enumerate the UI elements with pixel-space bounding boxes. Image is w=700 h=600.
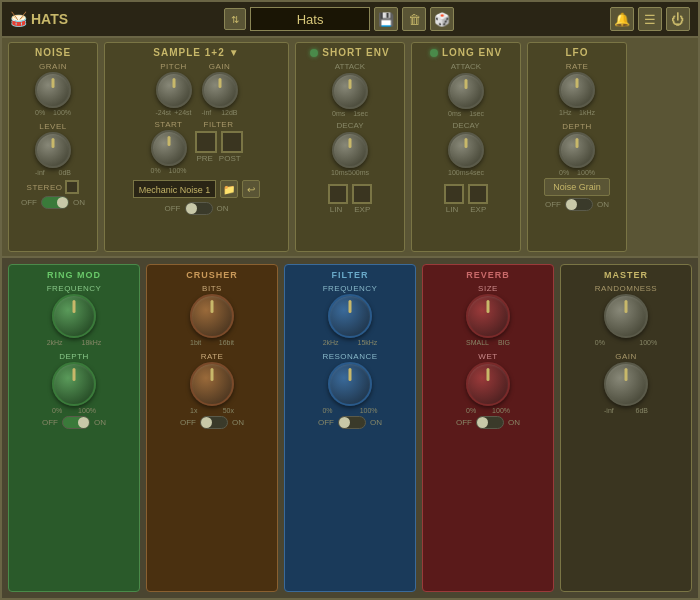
sample-pitch-knob[interactable] [156, 72, 192, 108]
short-env-panel: SHORT ENV ATTACK 0ms 1sec DECAY 10ms [295, 42, 405, 252]
noise-toggle-on-label: ON [73, 198, 85, 207]
sample-pitch-label: PITCH [160, 62, 187, 71]
sample-start-knob[interactable] [151, 130, 187, 166]
lfo-toggle-switch[interactable] [565, 198, 593, 211]
master-rand-knob[interactable] [604, 294, 648, 338]
master-panel: MASTER RANDOMNESS 0% 100% GAIN -inf 6dB [560, 264, 692, 592]
noise-level-knob-container: LEVEL -inf 0dB [35, 122, 71, 176]
logo-icon: 🥁 [10, 11, 27, 27]
sample-bottom-knobs: START 0% 100% FILTER PRE POST [151, 120, 243, 174]
sample-filter-container: FILTER PRE POST [195, 120, 243, 174]
long-env-attack-range: 0ms 1sec [448, 110, 484, 117]
long-env-decay-range: 100ms 4sec [448, 169, 484, 176]
lfo-depth-knob[interactable] [559, 132, 595, 168]
menu-button[interactable]: ☰ [638, 7, 662, 31]
sample-folder-button[interactable]: 📁 [220, 180, 238, 198]
crusher-toggle-on: ON [232, 418, 244, 427]
noise-title: NOISE [35, 47, 71, 58]
sample-panel: SAMPLE 1+2 ▼ PITCH -24st +24st GAIN -inf [104, 42, 289, 252]
long-env-attack-knob[interactable] [448, 73, 484, 109]
long-env-lin-label: LIN [446, 205, 458, 214]
noise-level-range: -inf 0dB [35, 169, 71, 176]
save-button[interactable]: 💾 [374, 7, 398, 31]
sample-gain-container: GAIN -inf 12dB [202, 62, 238, 116]
reverb-wet-knob[interactable] [466, 362, 510, 406]
crusher-rate-range: 1x 50x [190, 407, 234, 414]
noise-stereo-checkbox[interactable] [65, 180, 79, 194]
lfo-rate-knob[interactable] [559, 72, 595, 108]
ring-mod-depth-knob[interactable] [52, 362, 96, 406]
noise-grain-label: GRAIN [39, 62, 67, 71]
sample-gain-knob[interactable] [202, 72, 238, 108]
filter-toggle-on: ON [370, 418, 382, 427]
sample-filter-box-1[interactable] [195, 131, 217, 153]
ring-mod-panel: RING MOD FREQUENCY 2kHz 18kHz DEPTH 0% 1… [8, 264, 140, 592]
long-env-decay-knob[interactable] [448, 132, 484, 168]
filter-panel: FILTER FREQUENCY 2kHz 15kHz RESONANCE 0%… [284, 264, 416, 592]
sample-pitch-range: -24st +24st [156, 109, 192, 116]
sample-reload-button[interactable]: ↩ [242, 180, 260, 198]
noise-grain-button[interactable]: Noise Grain [544, 178, 610, 196]
preset-name-display: Hats [250, 7, 370, 31]
crusher-toggle-off: OFF [180, 418, 196, 427]
reverb-wet-label: WET [478, 352, 497, 361]
short-env-exp-box[interactable] [352, 184, 372, 204]
randomize-button[interactable]: 🎲 [430, 7, 454, 31]
lfo-panel: LFO RATE 1Hz 1kHz DEPTH 0% 100% Noise Gr… [527, 42, 627, 252]
short-env-attack-knobs: 0ms 1sec [332, 73, 368, 117]
short-env-decay-knob[interactable] [332, 132, 368, 168]
long-env-panel: LONG ENV ATTACK 0ms 1sec DECAY 100ms [411, 42, 521, 252]
long-env-decay-knobs: 100ms 4sec [448, 132, 484, 176]
short-env-decay-range: 10ms 500ms [331, 169, 369, 176]
noise-level-label: LEVEL [39, 122, 66, 131]
short-env-lin-box[interactable] [328, 184, 348, 204]
sample-toggle-switch[interactable] [185, 202, 213, 215]
bell-button[interactable]: 🔔 [610, 7, 634, 31]
filter-toggle[interactable] [338, 416, 366, 429]
noise-level-knob[interactable] [35, 132, 71, 168]
ring-mod-freq-knob[interactable] [52, 294, 96, 338]
ring-mod-depth-range: 0% 100% [52, 407, 96, 414]
noise-toggle-switch[interactable] [41, 196, 69, 209]
ring-mod-title: RING MOD [47, 270, 101, 280]
delete-button[interactable]: 🗑 [402, 7, 426, 31]
crusher-bits-knob[interactable] [190, 294, 234, 338]
ring-mod-toggle[interactable] [62, 416, 90, 429]
long-env-lin-exp-labels: LIN EXP [446, 205, 486, 214]
short-env-lin-label: LIN [330, 205, 342, 214]
crusher-rate-container: RATE 1x 50x [190, 352, 234, 414]
short-env-decay-label: DECAY [337, 121, 364, 130]
master-gain-knob[interactable] [604, 362, 648, 406]
sample-toggle-on-label: ON [217, 204, 229, 213]
filter-res-range: 0% 100% [322, 407, 377, 414]
ring-mod-toggle-on: ON [94, 418, 106, 427]
reverb-wet-container: WET 0% 100% [466, 352, 510, 414]
sample-gain-range: -inf 12dB [202, 109, 238, 116]
filter-freq-container: FREQUENCY 2kHz 15kHz [323, 284, 378, 346]
preset-arrow-button[interactable]: ⇅ [224, 8, 246, 30]
filter-res-knob[interactable] [328, 362, 372, 406]
noise-grain-knob[interactable] [35, 72, 71, 108]
crusher-rate-knob[interactable] [190, 362, 234, 406]
power-button[interactable]: ⏻ [666, 7, 690, 31]
crusher-toggle[interactable] [200, 416, 228, 429]
noise-stereo-row: STEREO [27, 180, 80, 194]
lfo-rate-container: RATE 1Hz 1kHz [559, 62, 595, 116]
short-env-attack-knob[interactable] [332, 73, 368, 109]
sample-top-knobs: PITCH -24st +24st GAIN -inf 12dB [156, 62, 238, 116]
reverb-size-knob[interactable] [466, 294, 510, 338]
reverb-toggle-row: OFF ON [456, 416, 520, 429]
sample-filter-box-2[interactable] [221, 131, 243, 153]
filter-freq-knob[interactable] [328, 294, 372, 338]
lfo-depth-container: DEPTH 0% 100% [559, 122, 595, 176]
long-env-lin-box[interactable] [444, 184, 464, 204]
long-env-exp-box[interactable] [468, 184, 488, 204]
long-env-attack-knobs: 0ms 1sec [448, 73, 484, 117]
app-title: HATS [31, 11, 68, 27]
sample-post-label: POST [219, 154, 241, 163]
sample-toggle-off-label: OFF [165, 204, 181, 213]
ring-mod-depth-label: DEPTH [59, 352, 89, 361]
short-env-decay-knobs: 10ms 500ms [331, 132, 369, 176]
reverb-toggle[interactable] [476, 416, 504, 429]
short-env-led [310, 49, 318, 57]
